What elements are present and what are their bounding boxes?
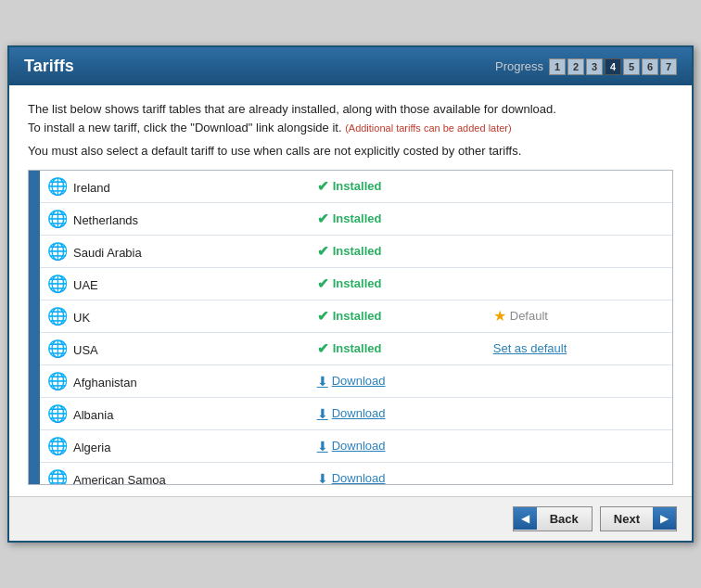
star-icon: ★ (493, 307, 506, 325)
check-icon: ✔ (317, 243, 329, 260)
installed-status: ✔ Installed (317, 275, 478, 292)
set-as-default-link[interactable]: Set as default (493, 341, 567, 355)
check-icon: ✔ (317, 308, 329, 325)
table-row: 🌐Netherlands✔ Installed (40, 202, 672, 235)
left-accent-bar (29, 171, 40, 484)
country-cell: 🌐USA (40, 332, 310, 364)
table-row: 🌐American Samoa⬇ Download (40, 462, 672, 484)
step-4: 4 (605, 58, 621, 75)
download-link[interactable]: ⬇ Download (317, 374, 478, 389)
installed-status: ✔ Installed (317, 178, 478, 195)
step-2: 2 (567, 58, 584, 75)
flag-icon: 🌐 (47, 275, 68, 293)
flag-icon: 🌐 (47, 242, 68, 261)
action-cell (486, 171, 672, 203)
country-cell: 🌐UAE (40, 267, 310, 300)
country-cell: 🌐Ireland (40, 171, 310, 203)
step-3: 3 (586, 58, 603, 75)
check-icon: ✔ (317, 340, 329, 357)
status-cell[interactable]: ⬇ Download (310, 462, 486, 484)
installed-status: ✔ Installed (317, 243, 478, 260)
installed-status: ✔ Installed (317, 308, 478, 325)
country-cell: 🌐American Samoa (40, 462, 310, 484)
flag-icon: 🌐 (47, 339, 68, 358)
country-cell: 🌐Albania (40, 397, 310, 429)
country-name: UAE (73, 278, 98, 292)
dialog-footer: ◀ Back Next ▶ (9, 496, 692, 541)
country-name: Netherlands (73, 213, 138, 227)
table-row: 🌐Albania⬇ Download (40, 397, 672, 429)
step-1: 1 (549, 58, 566, 75)
country-name: UK (73, 311, 90, 325)
status-cell: ✔ Installed (310, 300, 486, 332)
status-cell: ✔ Installed (310, 267, 486, 300)
back-button[interactable]: ◀ Back (513, 506, 593, 531)
country-name: Albania (73, 408, 113, 422)
tariff-table-scroll[interactable]: 🌐Ireland✔ Installed🌐Netherlands✔ Install… (40, 171, 672, 484)
action-cell (486, 235, 672, 267)
country-cell: 🌐Netherlands (40, 202, 310, 235)
back-arrow-icon: ◀ (514, 507, 537, 530)
download-link[interactable]: ⬇ Download (317, 406, 478, 421)
action-cell (486, 364, 672, 397)
action-cell (486, 202, 672, 235)
next-arrow-icon: ▶ (653, 507, 676, 530)
country-name: Algeria (73, 441, 110, 454)
country-name: Ireland (73, 181, 110, 195)
flag-icon: 🌐 (47, 404, 68, 423)
installed-status: ✔ Installed (317, 340, 478, 357)
status-cell: ✔ Installed (310, 202, 486, 235)
step-6: 6 (642, 58, 658, 75)
status-cell: ✔ Installed (310, 332, 486, 364)
action-cell (486, 267, 672, 300)
status-cell[interactable]: ⬇ Download (310, 397, 486, 429)
default-badge: ★ Default (493, 307, 665, 325)
country-cell: 🌐Algeria (40, 429, 310, 462)
next-label: Next (601, 507, 653, 530)
step-7: 7 (660, 58, 677, 75)
back-label: Back (537, 507, 592, 530)
country-cell: 🌐UK (40, 300, 310, 332)
country-cell: 🌐Saudi Arabia (40, 235, 310, 267)
intro-line3: You must also select a default tariff to… (28, 142, 673, 160)
step-5: 5 (623, 58, 640, 75)
flag-icon: 🌐 (47, 307, 68, 326)
download-icon: ⬇ (317, 374, 328, 389)
download-link[interactable]: ⬇ Download (317, 439, 478, 454)
status-cell: ✔ Installed (310, 235, 486, 267)
dialog-title: Tariffs (24, 57, 74, 76)
flag-icon: 🌐 (47, 469, 68, 484)
status-cell[interactable]: ⬇ Download (310, 364, 486, 397)
dialog-header: Tariffs Progress 1 2 3 4 5 6 7 (9, 47, 692, 85)
check-icon: ✔ (317, 178, 329, 195)
next-button[interactable]: Next ▶ (600, 506, 677, 531)
tariff-table-container: 🌐Ireland✔ Installed🌐Netherlands✔ Install… (28, 170, 673, 485)
table-row: 🌐Afghanistan⬇ Download (40, 364, 672, 397)
table-row: 🌐UAE✔ Installed (40, 267, 672, 300)
check-icon: ✔ (317, 211, 329, 227)
table-row: 🌐Algeria⬇ Download (40, 429, 672, 462)
download-link[interactable]: ⬇ Download (317, 471, 478, 484)
table-row: 🌐Saudi Arabia✔ Installed (40, 235, 672, 267)
table-row: 🌐Ireland✔ Installed (40, 171, 672, 203)
country-name: USA (73, 343, 98, 357)
status-cell: ✔ Installed (310, 171, 486, 203)
intro-line1: The list below shows tariff tables that … (28, 100, 673, 136)
country-cell: 🌐Afghanistan (40, 364, 310, 397)
action-cell[interactable]: Set as default (486, 332, 672, 364)
table-row: 🌐UK✔ Installed★ Default (40, 300, 672, 332)
dialog-body: The list below shows tariff tables that … (9, 85, 692, 496)
progress-label: Progress (495, 59, 543, 73)
installed-status: ✔ Installed (317, 211, 478, 227)
status-cell[interactable]: ⬇ Download (310, 429, 486, 462)
action-cell (486, 397, 672, 429)
country-name: Saudi Arabia (73, 246, 142, 260)
country-name: American Samoa (73, 473, 166, 484)
flag-icon: 🌐 (47, 372, 68, 390)
tariff-table: 🌐Ireland✔ Installed🌐Netherlands✔ Install… (40, 171, 672, 484)
progress-steps: 1 2 3 4 5 6 7 (549, 58, 677, 75)
download-icon: ⬇ (317, 439, 328, 454)
download-icon: ⬇ (317, 406, 328, 421)
check-icon: ✔ (317, 275, 329, 292)
action-cell (486, 429, 672, 462)
